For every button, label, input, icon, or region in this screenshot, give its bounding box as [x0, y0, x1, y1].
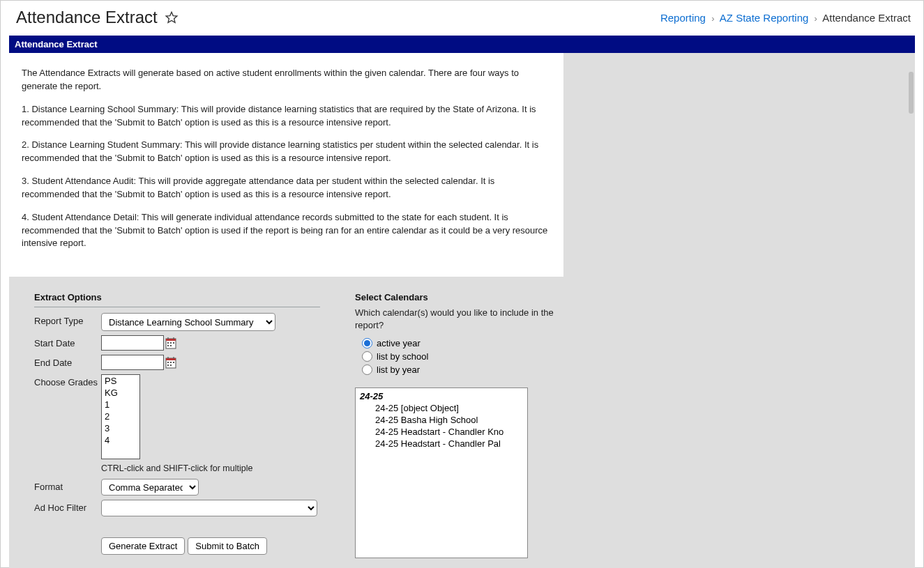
chevron-right-icon: ›: [709, 13, 717, 24]
start-date-label: Start Date: [34, 335, 101, 348]
radio-active-year[interactable]: [362, 338, 372, 348]
breadcrumb-reporting[interactable]: Reporting: [660, 12, 706, 24]
description-intro: The Attendance Extracts will generate ba…: [22, 67, 551, 93]
svg-rect-10: [166, 358, 176, 360]
tree-item[interactable]: 24-25 Basha High School: [360, 415, 523, 425]
panel-title: Attendance Extract: [9, 36, 915, 53]
calendars-question: Which calendar(s) would you like to incl…: [355, 307, 571, 331]
calendar-tree[interactable]: 24-25 24-25 [object Object] 24-25 Basha …: [355, 387, 528, 558]
adhoc-filter-label: Ad Hoc Filter: [34, 500, 101, 513]
breadcrumb: Reporting › AZ State Reporting › Attenda…: [660, 12, 911, 24]
grade-option[interactable]: 3: [102, 422, 139, 434]
description-item-3: 3. Student Attendance Audit: This will p…: [22, 175, 551, 201]
svg-rect-5: [170, 342, 172, 344]
choose-grades-label: Choose Grades: [34, 374, 101, 387]
svg-rect-8: [170, 345, 172, 346]
favorite-star-icon[interactable]: [165, 10, 179, 24]
calendar-icon[interactable]: [165, 337, 176, 349]
breadcrumb-az-state-reporting[interactable]: AZ State Reporting: [720, 12, 809, 24]
format-select[interactable]: Comma Separated: [101, 479, 199, 496]
description-item-4: 4. Student Attendance Detail: This will …: [22, 211, 551, 251]
description-item-2: 2. Distance Learning Student Summary: Th…: [22, 139, 551, 165]
section-divider: [34, 307, 320, 307]
tree-item[interactable]: 24-25 Headstart - Chandler Kno: [360, 427, 523, 437]
end-date-input[interactable]: [101, 355, 164, 370]
radio-list-by-school[interactable]: [362, 351, 372, 362]
format-label: Format: [34, 479, 101, 492]
grade-option[interactable]: 1: [102, 399, 139, 410]
tree-item[interactable]: 24-25 Headstart - Chandler Pal: [360, 438, 523, 449]
grade-option[interactable]: PS: [102, 375, 139, 387]
select-calendars-title: Select Calendars: [355, 292, 571, 302]
tree-root[interactable]: 24-25: [360, 391, 523, 401]
svg-rect-1: [166, 339, 176, 341]
svg-rect-7: [167, 345, 169, 346]
generate-extract-button[interactable]: Generate Extract: [101, 537, 185, 555]
svg-rect-15: [173, 362, 174, 363]
end-date-label: End Date: [34, 355, 101, 368]
page-title: Attendance Extract: [16, 8, 158, 27]
grades-hint: CTRL-click and SHIFT-click for multiple: [101, 463, 320, 473]
adhoc-filter-select[interactable]: [101, 500, 317, 516]
grade-option[interactable]: 4: [102, 434, 139, 446]
svg-rect-17: [170, 364, 172, 366]
radio-list-by-school-label[interactable]: list by school: [377, 351, 428, 362]
grade-option[interactable]: 2: [102, 410, 139, 422]
extract-options-title: Extract Options: [34, 292, 320, 302]
radio-list-by-year-label[interactable]: list by year: [377, 364, 420, 375]
svg-rect-14: [170, 362, 172, 363]
radio-active-year-label[interactable]: active year: [377, 338, 421, 348]
svg-rect-4: [167, 342, 169, 344]
scrollbar-thumb[interactable]: [909, 72, 914, 114]
description-item-1: 1. Distance Learning School Summary: Thi…: [22, 103, 551, 130]
svg-rect-16: [167, 364, 169, 366]
report-type-select[interactable]: Distance Learning School Summary: [101, 313, 275, 331]
tree-item[interactable]: 24-25 [object Object]: [360, 403, 523, 413]
submit-to-batch-button[interactable]: Submit to Batch: [188, 537, 267, 555]
report-type-label: Report Type: [34, 313, 101, 326]
breadcrumb-current: Attendance Extract: [822, 12, 911, 24]
grades-listbox[interactable]: PS KG 1 2 3 4: [101, 374, 140, 459]
svg-rect-13: [167, 362, 169, 363]
grade-option[interactable]: KG: [102, 387, 139, 399]
radio-list-by-year[interactable]: [362, 364, 372, 375]
svg-rect-6: [173, 342, 174, 344]
chevron-right-icon: ›: [812, 13, 820, 24]
calendar-icon[interactable]: [165, 356, 176, 369]
start-date-input[interactable]: [101, 335, 164, 351]
description-panel: The Attendance Extracts will generate ba…: [9, 53, 563, 277]
